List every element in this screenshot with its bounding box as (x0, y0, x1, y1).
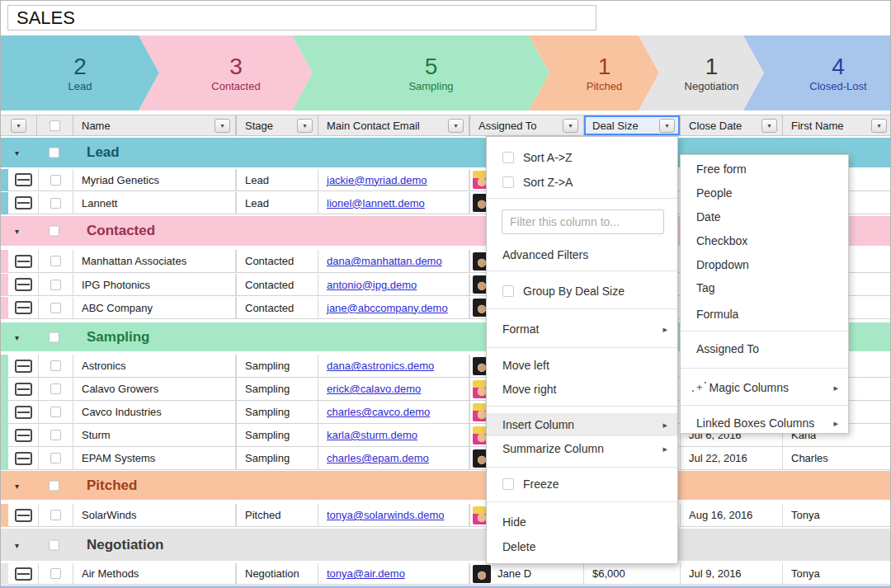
column-header-deal-size-selected[interactable]: Deal Size▾ (584, 115, 681, 135)
group-collapse-arrow[interactable]: ▾ (15, 227, 19, 236)
menu-item-delete[interactable]: Delete (487, 536, 677, 557)
email-link[interactable]: jane@abccompany.demo (327, 302, 448, 314)
menu-item-summarize-column[interactable]: Summarize Column▸ (487, 437, 677, 460)
row-checkbox[interactable] (50, 568, 61, 579)
email-link[interactable]: charles@cavco.demo (327, 406, 430, 418)
menu-item-advanced-filters[interactable]: Advanced Filters (487, 244, 677, 266)
deal-size-cell[interactable]: $6,000 (584, 563, 681, 585)
submenu-item-date[interactable]: Date (681, 206, 848, 228)
box-icon[interactable] (15, 360, 32, 373)
group-collapse-arrow[interactable]: ▾ (15, 540, 19, 549)
first-name-cell[interactable]: Tonya (783, 504, 891, 527)
group-checkbox[interactable] (49, 539, 59, 550)
box-icon[interactable] (15, 509, 32, 522)
column-dropdown-button[interactable]: ▾ (448, 119, 464, 133)
funnel-stage-sampling[interactable]: 5 Sampling (292, 35, 549, 111)
name-cell[interactable]: Cavco Industries (73, 401, 236, 424)
name-cell[interactable]: Sturm (73, 424, 236, 447)
column-header-name[interactable]: Name▾ (73, 115, 236, 135)
box-icon[interactable] (15, 196, 32, 209)
row-checkbox[interactable] (50, 303, 61, 313)
column-header-assigned-to[interactable]: Assigned To▾ (469, 115, 584, 135)
box-icon[interactable] (15, 429, 32, 442)
column-dropdown-button[interactable]: ▾ (297, 119, 313, 133)
submenu-item-linked-boxes-columns[interactable]: Linked Boxes Columns▸ (681, 412, 848, 434)
row-checkbox[interactable] (50, 280, 61, 290)
name-cell[interactable]: Myriad Genetics (73, 169, 236, 191)
row-checkbox[interactable] (50, 430, 61, 440)
select-all-checkbox[interactable] (50, 120, 60, 131)
email-link[interactable]: lionel@lannett.demo (327, 197, 425, 209)
email-link[interactable]: antonio@ipg.demo (327, 279, 417, 291)
row-checkbox[interactable] (50, 383, 61, 394)
name-cell[interactable]: Astronics (73, 355, 236, 378)
submenu-item-checkbox[interactable]: Checkbox (681, 230, 848, 252)
stage-cell[interactable]: Pitched (236, 504, 318, 527)
email-link[interactable]: dana@manhattan.demo (327, 255, 442, 267)
box-icon[interactable] (15, 567, 32, 581)
name-cell[interactable]: ABC Company (73, 297, 236, 319)
stage-cell[interactable]: Contacted (236, 274, 318, 296)
group-row-negotiation[interactable]: ▾ Negotiation (1, 529, 891, 561)
group-checkbox[interactable] (49, 226, 59, 237)
menu-item-format[interactable]: Format▸ (487, 318, 677, 340)
close-date-cell[interactable]: Jul 9, 2016 (681, 563, 783, 585)
group-collapse-arrow[interactable]: ▾ (15, 332, 19, 341)
close-date-cell[interactable]: Jul 22, 2016 (681, 447, 783, 470)
email-link[interactable]: jackie@myriad.demo (327, 174, 427, 186)
first-name-cell[interactable]: Tonya (783, 563, 891, 585)
group-checkbox[interactable] (49, 332, 59, 342)
email-link[interactable]: tonya@air.demo (327, 567, 405, 580)
stage-cell[interactable]: Contacted (236, 250, 318, 273)
funnel-stage-closed-lost[interactable]: 4 Closed-Lost (743, 35, 891, 111)
column-dropdown-button[interactable]: ▾ (659, 119, 675, 133)
name-cell[interactable]: IPG Photonics (73, 274, 236, 296)
row-checkbox[interactable] (50, 256, 61, 266)
name-cell[interactable]: Calavo Growers (73, 378, 236, 401)
menu-item-group-by[interactable]: Group By Deal Size (487, 280, 677, 302)
group-collapse-arrow[interactable]: ▾ (15, 481, 19, 490)
checkbox-icon[interactable] (502, 285, 514, 297)
box-icon[interactable] (15, 173, 32, 186)
name-cell[interactable]: SolarWinds (73, 504, 236, 527)
stage-cell[interactable]: Sampling (236, 447, 318, 470)
stage-cell[interactable]: Negotiation (236, 563, 318, 585)
box-icon[interactable] (15, 278, 32, 291)
pipeline-title-input[interactable] (7, 5, 596, 31)
submenu-item-assigned-to[interactable]: Assigned To (681, 338, 848, 360)
submenu-item-free-form[interactable]: Free form (681, 158, 848, 180)
stage-cell[interactable]: Lead (236, 169, 318, 191)
submenu-item-formula[interactable]: Formula (681, 303, 848, 325)
column-header-stage[interactable]: Stage▾ (236, 115, 318, 135)
group-row-pitched[interactable]: ▾ Pitched (1, 471, 891, 500)
first-name-cell[interactable]: Charles (783, 447, 891, 470)
box-icon[interactable] (15, 452, 32, 465)
menu-item-freeze[interactable]: Freeze (487, 473, 677, 495)
stage-cell[interactable]: Contacted (236, 297, 318, 319)
menu-item-move-left[interactable]: Move left (487, 355, 677, 376)
row-checkbox[interactable] (50, 198, 61, 209)
column-dropdown-button[interactable]: ▾ (563, 119, 578, 133)
checkbox-icon[interactable] (502, 478, 514, 490)
row-checkbox[interactable] (50, 360, 61, 371)
stage-cell[interactable]: Sampling (236, 378, 318, 401)
box-icon[interactable] (15, 301, 32, 314)
submenu-item-tag[interactable]: Tag (681, 277, 848, 299)
stage-cell[interactable]: Sampling (236, 424, 318, 447)
row-checkbox[interactable] (50, 510, 61, 520)
name-cell[interactable]: EPAM Systems (73, 447, 236, 470)
checkbox-icon[interactable] (502, 176, 514, 188)
group-checkbox[interactable] (49, 480, 59, 491)
email-link[interactable]: dana@astronics.demo (327, 360, 434, 372)
group-checkbox[interactable] (49, 148, 59, 158)
column-header-main-contact-email[interactable]: Main Contact Email▾ (318, 115, 469, 135)
submenu-item-dropdown[interactable]: Dropdown (681, 254, 848, 275)
menu-item-hide[interactable]: Hide (487, 511, 677, 533)
column-dropdown-button[interactable]: ▾ (761, 119, 777, 133)
email-link[interactable]: karla@sturm.demo (327, 429, 417, 441)
column-header-close-date[interactable]: Close Date▾ (681, 115, 783, 135)
name-cell[interactable]: Lannett (73, 192, 236, 214)
funnel-stage-lead[interactable]: 2 Lead (1, 35, 159, 111)
filter-column-input[interactable] (502, 209, 664, 234)
box-icon[interactable] (15, 406, 32, 419)
